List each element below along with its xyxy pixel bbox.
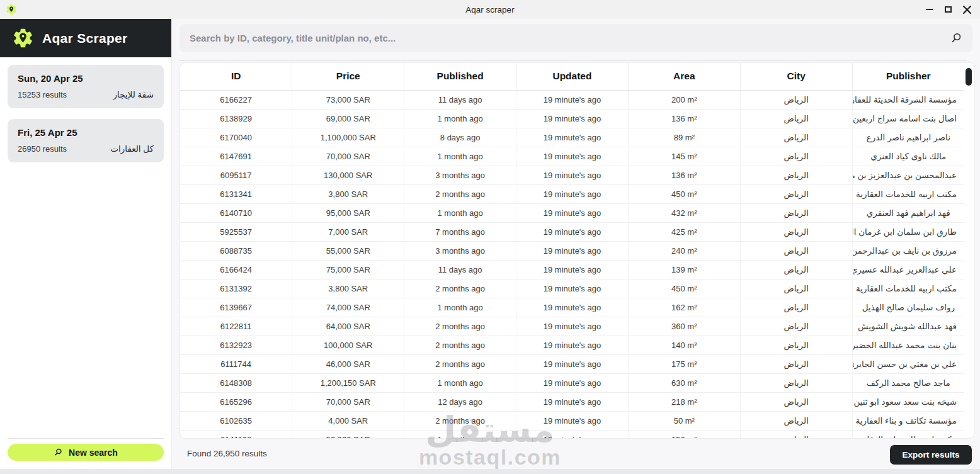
cell-city: الرياض (740, 184, 852, 203)
table-row[interactable]: 61026354,000 SAR2 months ago19 minute's … (180, 411, 964, 430)
column-header-publisher[interactable]: Publisher (852, 63, 964, 90)
maximize-icon (945, 6, 952, 13)
cell-id: 6132923 (180, 336, 292, 354)
cell-updated: 19 minute's ago (516, 128, 629, 147)
cell-price: 130,000 SAR (292, 166, 404, 184)
cell-price: 7,000 SAR (292, 222, 404, 241)
cell-price: 1,200,150 SAR (292, 373, 404, 392)
table-row[interactable]: 613892969,000 SAR1 month ago19 minute's … (180, 109, 964, 128)
sidebar-footer: New search (8, 438, 164, 461)
cell-area: 432 m² (628, 203, 740, 222)
cell-publisher: ماجد صالح محمد الركف (852, 373, 964, 392)
cell-price: 4,000 SAR (292, 411, 404, 430)
column-header-city[interactable]: City (740, 63, 852, 90)
maximize-button[interactable] (938, 0, 957, 19)
cell-price: 73,000 SAR (292, 90, 404, 109)
cell-published: 2 months ago (404, 336, 516, 354)
cell-publisher: مكتب اربيه للخدمات العقارية (852, 430, 964, 439)
cell-city: الرياض (740, 147, 852, 166)
table-row[interactable]: 612281164,000 SAR2 months ago19 minute's… (180, 317, 964, 336)
table-row[interactable]: 61700401,100,000 SAR8 days ago19 minute'… (180, 128, 964, 147)
cell-city: الرياض (740, 90, 852, 109)
cell-id: 6166227 (180, 90, 292, 109)
table-row[interactable]: 613966774,000 SAR1 month ago19 minute's … (180, 298, 964, 317)
window-controls (920, 0, 976, 19)
table-row[interactable]: 61313413,800 SAR2 months ago19 minute's … (180, 184, 964, 203)
column-header-updated[interactable]: Updated (516, 63, 629, 90)
cell-published: 1 month ago (404, 147, 516, 166)
close-button[interactable] (957, 0, 976, 19)
cell-price: 70,000 SAR (292, 147, 404, 166)
session-card-sun-20-apr[interactable]: Sun, 20 Apr 25 15253 results شقة للإيجار (8, 65, 164, 108)
cell-city: الرياض (740, 354, 852, 373)
cell-published: 2 months ago (404, 354, 516, 373)
cell-area: 218 m² (628, 392, 740, 411)
minimize-icon (926, 9, 933, 10)
cell-updated: 19 minute's ago (516, 430, 629, 439)
table-row[interactable]: 608873555,000 SAR3 months ago19 minute's… (180, 241, 964, 260)
cell-publisher: مكتب اربيه للخدمات العقارية (852, 279, 964, 298)
cell-city: الرياض (740, 430, 852, 439)
table-row[interactable]: 614071095,000 SAR1 month ago19 minute's … (180, 203, 964, 222)
column-header-price[interactable]: Price (292, 63, 404, 90)
table-row[interactable]: 61313923,800 SAR2 months ago19 minute's … (180, 279, 964, 298)
cell-id: 6147691 (180, 147, 292, 166)
column-header-area[interactable]: Area (628, 63, 740, 90)
window-titlebar: Aqar scraper (0, 0, 980, 19)
cell-published: 3 months ago (404, 241, 516, 260)
cell-published: 11 days ago (404, 260, 516, 279)
cell-area: 145 m² (628, 147, 740, 166)
table-row[interactable]: 61483081,200,150 SAR1 month ago19 minute… (180, 373, 964, 392)
table-row[interactable]: 616622773,000 SAR11 days ago19 minute's … (180, 90, 964, 109)
cell-published: 1 month ago (404, 109, 516, 128)
cell-published: 1 month ago (404, 203, 516, 222)
table-row[interactable]: 614110250,000 SAR1 month ago19 minute's … (180, 430, 964, 439)
main-area: IDPricePublishedUpdatedAreaCityPublisher… (172, 19, 980, 469)
cell-price: 100,000 SAR (292, 336, 404, 354)
cell-price: 1,100,000 SAR (292, 128, 404, 147)
table-row[interactable]: 6132923100,000 SAR2 months ago19 minute'… (180, 336, 964, 354)
cell-price: 95,000 SAR (292, 203, 404, 222)
cell-publisher: علي بن مغثي بن حسن الجابري (852, 354, 964, 373)
cell-id: 6088735 (180, 241, 292, 260)
app-logo-gear-pin-icon (11, 26, 35, 50)
cell-updated: 19 minute's ago (516, 392, 629, 411)
cell-city: الرياض (740, 166, 852, 184)
vertical-scrollbar-thumb[interactable] (966, 68, 972, 86)
session-card-fri-25-apr[interactable]: Fri, 25 Apr 25 26950 results كل العقارات (8, 119, 164, 162)
table-body: 616622773,000 SAR11 days ago19 minute's … (180, 90, 964, 439)
session-results-count: 26950 results (18, 144, 67, 154)
column-header-id[interactable]: ID (180, 63, 292, 90)
table-row[interactable]: 59255377,000 SAR7 months ago19 minute's … (180, 222, 964, 241)
cell-id: 6111744 (180, 354, 292, 373)
new-search-button[interactable]: New search (8, 444, 164, 461)
session-category: كل العقارات (110, 144, 154, 154)
cell-id: 6131341 (180, 184, 292, 203)
cell-area: 140 m² (628, 336, 740, 354)
cell-id: 6139667 (180, 298, 292, 317)
search-submit-button[interactable] (950, 32, 962, 44)
table-row[interactable]: 616529670,000 SAR12 days ago19 minute's … (180, 392, 964, 411)
cell-city: الرياض (740, 411, 852, 430)
cell-area: 50 m² (628, 411, 740, 430)
table-row[interactable]: 616642475,000 SAR11 days ago19 minute's … (180, 260, 964, 279)
results-table: IDPricePublishedUpdatedAreaCityPublisher… (180, 63, 964, 439)
cell-id: 6102635 (180, 411, 292, 430)
export-results-button[interactable]: Export results (890, 445, 972, 465)
column-header-published[interactable]: Published (404, 63, 516, 90)
cell-area: 162 m² (628, 298, 740, 317)
cell-publisher: عبدالمحسن بن عبدالعزيز بن محم... (852, 166, 964, 184)
table-row[interactable]: 6095117130,000 SAR3 months ago19 minute'… (180, 166, 964, 184)
cell-id: 6148308 (180, 373, 292, 392)
minimize-button[interactable] (920, 0, 938, 19)
cell-price: 69,000 SAR (292, 109, 404, 128)
table-row[interactable]: 611174446,000 SAR2 months ago19 minute's… (180, 354, 964, 373)
search-input[interactable] (190, 33, 950, 43)
cell-updated: 19 minute's ago (516, 317, 629, 336)
cell-city: الرياض (740, 241, 852, 260)
sidebar: Aqar Scraper Sun, 20 Apr 25 15253 result… (0, 19, 172, 469)
sidebar-header: Aqar Scraper (0, 19, 171, 57)
session-date: Fri, 25 Apr 25 (18, 127, 154, 138)
table-row[interactable]: 614769170,000 SAR1 month ago19 minute's … (180, 147, 964, 166)
results-table-card: IDPricePublishedUpdatedAreaCityPublisher… (179, 62, 975, 439)
